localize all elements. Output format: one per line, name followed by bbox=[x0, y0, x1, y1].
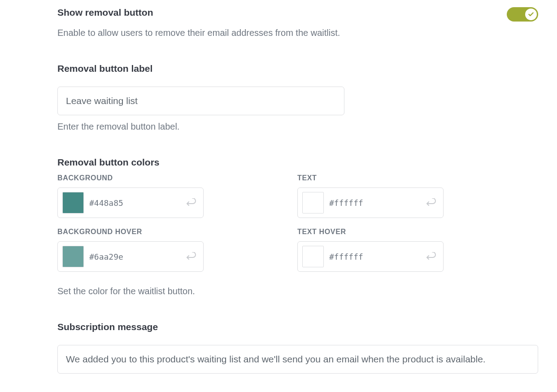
color-field-background-hover[interactable]: #6aa29e bbox=[57, 241, 204, 272]
setting-show-removal: Show removal button Enable to allow user… bbox=[57, 0, 557, 38]
undo-icon[interactable] bbox=[185, 252, 197, 261]
color-field-text-hover[interactable]: #ffffff bbox=[297, 241, 444, 272]
hex-background-hover: #6aa29e bbox=[89, 252, 180, 261]
color-cell-text: TEXT #ffffff bbox=[297, 174, 537, 218]
color-cell-background-hover: BACKGROUND HOVER #6aa29e bbox=[57, 228, 297, 272]
subscription-message-input[interactable] bbox=[57, 345, 538, 374]
toggle-knob bbox=[525, 9, 537, 20]
hex-text-hover: #ffffff bbox=[329, 252, 420, 261]
hex-background: #448a85 bbox=[89, 198, 180, 208]
color-field-background[interactable]: #448a85 bbox=[57, 187, 204, 218]
swatch-background-hover[interactable] bbox=[62, 246, 84, 267]
removal-label-input[interactable] bbox=[57, 87, 344, 115]
show-removal-help: Enable to allow users to remove their em… bbox=[57, 28, 557, 38]
color-label-text-hover: TEXT HOVER bbox=[297, 228, 537, 236]
removal-label-title: Removal button label bbox=[57, 63, 557, 74]
setting-removal-label: Removal button label Enter the removal b… bbox=[57, 63, 557, 132]
color-label-text: TEXT bbox=[297, 174, 537, 182]
subscription-message-title: Subscription message bbox=[57, 322, 557, 332]
color-cell-background: BACKGROUND #448a85 bbox=[57, 174, 297, 218]
undo-icon[interactable] bbox=[425, 198, 437, 207]
show-removal-toggle[interactable] bbox=[507, 7, 538, 22]
undo-icon[interactable] bbox=[425, 252, 437, 261]
show-removal-title: Show removal button bbox=[57, 7, 153, 18]
color-field-text[interactable]: #ffffff bbox=[297, 187, 444, 218]
check-icon bbox=[528, 11, 534, 17]
removal-label-help: Enter the removal button label. bbox=[57, 122, 557, 132]
removal-colors-help: Set the color for the waitlist button. bbox=[57, 286, 557, 296]
swatch-background[interactable] bbox=[62, 192, 84, 213]
removal-colors-title: Removal button colors bbox=[57, 157, 557, 168]
color-label-background-hover: BACKGROUND HOVER bbox=[57, 228, 297, 236]
undo-icon[interactable] bbox=[185, 198, 197, 207]
swatch-text[interactable] bbox=[302, 192, 324, 213]
setting-removal-colors: Removal button colors BACKGROUND #448a85… bbox=[57, 157, 557, 296]
hex-text: #ffffff bbox=[329, 198, 420, 208]
swatch-text-hover[interactable] bbox=[302, 246, 324, 267]
color-label-background: BACKGROUND bbox=[57, 174, 297, 182]
color-cell-text-hover: TEXT HOVER #ffffff bbox=[297, 228, 537, 272]
setting-subscription-message: Subscription message bbox=[57, 322, 557, 374]
